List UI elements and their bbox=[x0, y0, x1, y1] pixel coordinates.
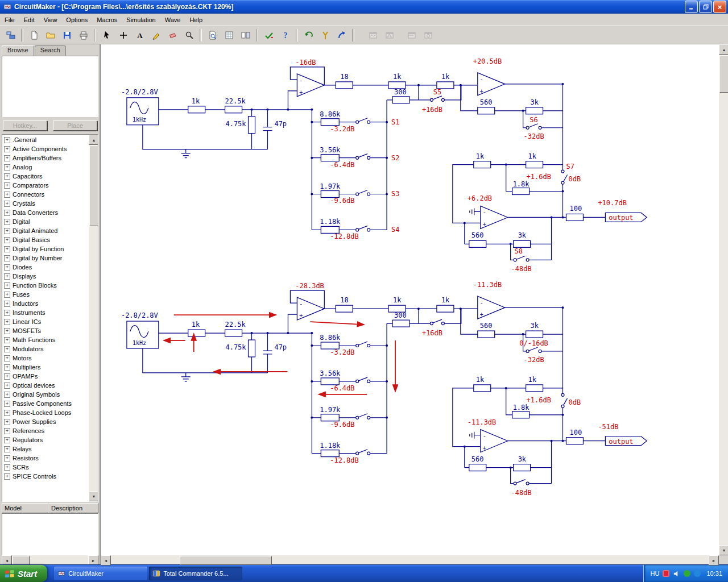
tree-item[interactable]: Diodes bbox=[2, 263, 89, 272]
expand-icon[interactable] bbox=[4, 373, 10, 380]
expand-icon[interactable] bbox=[4, 383, 10, 389]
tree-item[interactable]: Motors bbox=[2, 354, 89, 363]
tree-item[interactable]: Regulators bbox=[2, 435, 89, 444]
resistor[interactable] bbox=[526, 107, 543, 114]
expand-icon[interactable] bbox=[4, 401, 10, 407]
new-button[interactable] bbox=[26, 28, 42, 43]
tab-search[interactable]: Search bbox=[35, 45, 66, 56]
capacitor[interactable] bbox=[263, 127, 272, 131]
tree-item[interactable]: Displays bbox=[2, 272, 89, 281]
menu-item[interactable]: Options bbox=[61, 15, 92, 25]
expand-icon[interactable] bbox=[4, 310, 10, 316]
tab-browse[interactable]: Browse bbox=[2, 45, 34, 56]
tree-item[interactable]: Digital by Number bbox=[2, 253, 89, 263]
tree-item[interactable]: Function Blocks bbox=[2, 281, 89, 290]
scroll-left-icon[interactable]: ◄ bbox=[101, 555, 111, 566]
signal-source[interactable]: 1kHz bbox=[127, 321, 159, 348]
expand-icon[interactable] bbox=[4, 428, 10, 434]
tree-scrollbar[interactable]: ▲ ▼ bbox=[89, 135, 98, 501]
expand-icon[interactable] bbox=[4, 301, 10, 307]
expand-icon[interactable] bbox=[4, 355, 10, 361]
resistor[interactable] bbox=[566, 214, 583, 221]
tree-item[interactable]: MOSFETs bbox=[2, 326, 89, 335]
taskbar-task-total-commander[interactable]: Total Commander 6.5... bbox=[149, 567, 242, 580]
expand-icon[interactable] bbox=[4, 255, 10, 261]
open-button[interactable] bbox=[43, 28, 58, 43]
menu-item[interactable]: Edit bbox=[19, 15, 39, 25]
switch-s1[interactable] bbox=[356, 118, 370, 123]
schematic-canvas[interactable]: 1kHz -2.8/2.8V bbox=[101, 44, 719, 555]
capacitor[interactable] bbox=[263, 351, 272, 354]
switch-s4[interactable] bbox=[356, 226, 370, 231]
resistor[interactable] bbox=[514, 240, 531, 247]
switch-s2-b[interactable] bbox=[356, 377, 370, 383]
resistor[interactable] bbox=[469, 240, 486, 247]
tree-item[interactable]: Passive Components bbox=[2, 399, 89, 408]
canvas-hscrollbar[interactable]: ◄ ► bbox=[101, 555, 719, 564]
expand-icon[interactable] bbox=[4, 182, 10, 189]
expand-icon[interactable] bbox=[4, 173, 10, 180]
tree-item[interactable]: Optical devices bbox=[2, 381, 89, 390]
split-button[interactable] bbox=[238, 28, 253, 43]
menu-item[interactable]: View bbox=[39, 15, 62, 25]
expand-icon[interactable] bbox=[4, 464, 10, 471]
switch-s5[interactable] bbox=[430, 96, 444, 101]
expand-icon[interactable] bbox=[4, 210, 10, 216]
expand-icon[interactable] bbox=[4, 228, 10, 234]
expand-icon[interactable] bbox=[4, 246, 10, 252]
green-tray-icon[interactable] bbox=[684, 570, 690, 577]
output-tag[interactable]: output bbox=[605, 436, 647, 446]
help-button[interactable]: ? bbox=[278, 28, 293, 43]
tree-item[interactable]: Comparators bbox=[2, 181, 89, 190]
simulate-button[interactable] bbox=[261, 28, 276, 43]
scope-window-button-1[interactable] bbox=[365, 28, 380, 43]
resistor[interactable] bbox=[526, 161, 543, 168]
output-tag[interactable]: output bbox=[605, 213, 647, 222]
expand-icon[interactable] bbox=[4, 192, 10, 198]
switch-s5-b[interactable] bbox=[430, 319, 444, 325]
switch-s1-b[interactable] bbox=[356, 342, 370, 347]
switch-s8[interactable] bbox=[514, 256, 529, 261]
save-button[interactable] bbox=[59, 28, 75, 43]
tree-item[interactable]: .General bbox=[2, 135, 89, 144]
tree-item[interactable]: Connectors bbox=[2, 190, 89, 199]
taskbar-task-circuitmaker[interactable]: CircuitMaker bbox=[54, 567, 147, 580]
menu-item[interactable]: File bbox=[0, 15, 19, 25]
menu-item[interactable]: Macros bbox=[92, 15, 122, 25]
description-header[interactable]: Description bbox=[48, 503, 98, 513]
expand-icon[interactable] bbox=[4, 146, 10, 152]
expand-icon[interactable] bbox=[4, 155, 10, 161]
expand-icon[interactable] bbox=[4, 455, 10, 462]
tree-item[interactable]: Amplifiers/Buffers bbox=[2, 153, 89, 163]
tree-item[interactable]: Multipliers bbox=[2, 363, 89, 372]
reset-button[interactable] bbox=[301, 28, 316, 43]
resistor[interactable] bbox=[249, 117, 255, 134]
switch-s3[interactable] bbox=[356, 190, 370, 196]
tree-item[interactable]: Digital by Function bbox=[2, 244, 89, 253]
close-button[interactable]: × bbox=[713, 1, 726, 13]
expand-icon[interactable] bbox=[4, 337, 10, 343]
resistor[interactable] bbox=[478, 331, 495, 338]
expand-icon[interactable] bbox=[4, 446, 10, 452]
expand-icon[interactable] bbox=[4, 282, 10, 289]
hotkey-button[interactable]: Hotkey... bbox=[3, 120, 47, 131]
expand-icon[interactable] bbox=[4, 346, 10, 352]
resistor[interactable] bbox=[225, 106, 242, 113]
scroll-down-icon[interactable]: ▼ bbox=[719, 545, 728, 555]
scroll-up-icon[interactable]: ▲ bbox=[719, 44, 728, 55]
resistor[interactable] bbox=[566, 438, 583, 444]
signal-source[interactable]: 1kHz bbox=[127, 98, 159, 125]
network-tray-icon[interactable] bbox=[694, 570, 701, 577]
tree-item[interactable]: OPAMPs bbox=[2, 372, 89, 381]
expand-icon[interactable] bbox=[4, 292, 10, 298]
resistor[interactable] bbox=[188, 106, 205, 113]
scroll-thumb[interactable] bbox=[719, 55, 728, 93]
scroll-right-icon[interactable]: ► bbox=[709, 555, 719, 566]
sidebar-hscrollbar[interactable]: ◄ ► bbox=[2, 555, 98, 564]
tree-item[interactable]: Math Functions bbox=[2, 335, 89, 344]
expand-icon[interactable] bbox=[4, 264, 10, 271]
scroll-down-icon[interactable]: ▼ bbox=[89, 491, 98, 501]
tree-item[interactable]: Instruments bbox=[2, 308, 89, 317]
erase-button[interactable] bbox=[165, 28, 180, 43]
start-button[interactable]: Start bbox=[0, 565, 47, 582]
